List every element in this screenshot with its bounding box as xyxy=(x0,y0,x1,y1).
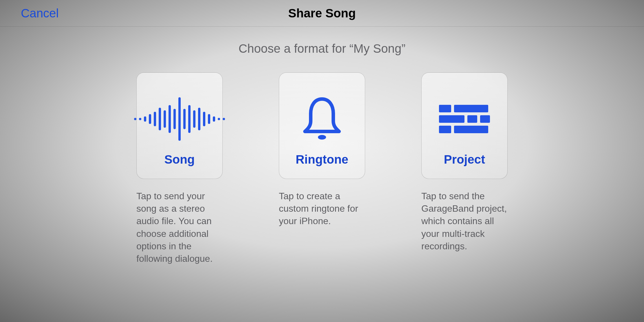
format-options: Song Tap to send your song as a stereo a… xyxy=(0,72,644,265)
project-label: Project xyxy=(444,153,485,167)
song-card[interactable]: Song xyxy=(136,72,223,179)
navigation-bar: Cancel Share Song xyxy=(0,0,644,27)
page-title: Share Song xyxy=(288,6,356,20)
ringtone-label: Ringtone xyxy=(296,153,348,167)
project-card[interactable]: Project xyxy=(421,72,508,179)
option-project: Project Tap to send the GarageBand proje… xyxy=(421,72,508,265)
project-description: Tap to send the GarageBand project, whic… xyxy=(421,190,508,253)
bell-icon xyxy=(279,93,365,145)
option-ringtone: Ringtone Tap to create a custom ringtone… xyxy=(279,72,365,265)
option-song: Song Tap to send your song as a stereo a… xyxy=(136,72,223,265)
song-label: Song xyxy=(164,153,195,167)
ringtone-description: Tap to create a custom ringtone for your… xyxy=(279,190,365,228)
song-description: Tap to send your song as a stereo audio … xyxy=(136,190,223,265)
tracks-icon xyxy=(422,93,507,145)
ringtone-card[interactable]: Ringtone xyxy=(279,72,365,179)
svg-point-0 xyxy=(318,135,326,140)
waveform-icon xyxy=(137,93,222,145)
subtitle-text: Choose a format for “My Song” xyxy=(0,42,644,56)
cancel-button[interactable]: Cancel xyxy=(21,0,59,27)
